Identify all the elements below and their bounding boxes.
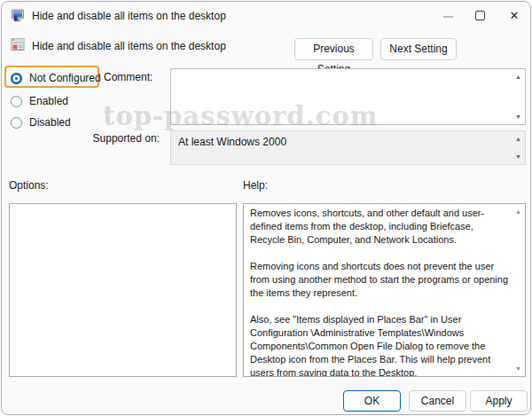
help-paragraph: Also, see "Items displayed in Places Bar… bbox=[250, 313, 509, 376]
scroll-up-icon[interactable]: ▲ bbox=[515, 74, 521, 80]
help-label: Help: bbox=[243, 179, 268, 192]
radio-enabled[interactable]: Enabled bbox=[11, 94, 68, 108]
radio-label: Enabled bbox=[29, 95, 68, 107]
help-panel: Removes icons, shortcuts, and other defa… bbox=[243, 203, 526, 377]
radio-selected-icon[interactable] bbox=[11, 73, 22, 84]
scroll-down-icon[interactable]: ▼ bbox=[515, 114, 521, 120]
policy-setting-dialog: Hide and disable all items on the deskto… bbox=[1, 1, 531, 415]
options-label: Options: bbox=[9, 179, 49, 192]
scroll-up-icon[interactable]: ▲ bbox=[515, 136, 521, 142]
radio-disabled[interactable]: Disabled bbox=[11, 115, 71, 130]
maximize-icon[interactable] bbox=[475, 11, 485, 20]
radio-label: Disabled bbox=[29, 116, 71, 129]
scroll-down-icon[interactable]: ▼ bbox=[515, 153, 521, 160]
comment-input[interactable]: ▲ ▼ bbox=[170, 68, 526, 125]
previous-setting-button[interactable]: Previous Setting bbox=[294, 38, 373, 60]
close-icon[interactable]: ✕ bbox=[507, 9, 521, 23]
policy-setting-name: Hide and disable all items on the deskto… bbox=[32, 40, 226, 52]
radio-unselected-icon[interactable] bbox=[11, 117, 22, 129]
group-policy-app-icon bbox=[11, 9, 25, 23]
minimize-icon[interactable] bbox=[443, 16, 453, 18]
comment-label: Comment: bbox=[104, 71, 153, 83]
next-setting-button[interactable]: Next Setting bbox=[380, 38, 457, 60]
supported-on-value: At least Windows 2000 bbox=[178, 136, 286, 148]
window-title: Hide and disable all items on the deskto… bbox=[32, 10, 226, 22]
apply-button[interactable]: Apply bbox=[470, 390, 528, 412]
policy-setting-icon bbox=[11, 37, 25, 51]
scroll-up-icon[interactable]: ▲ bbox=[515, 208, 521, 215]
help-paragraph: Removes icons, shortcuts, and other defa… bbox=[250, 207, 509, 247]
help-paragraph: Removing icons and shortcuts does not pr… bbox=[250, 260, 509, 300]
help-text: Removes icons, shortcuts, and other defa… bbox=[244, 204, 511, 376]
ok-button[interactable]: OK bbox=[343, 390, 401, 412]
radio-unselected-icon[interactable] bbox=[11, 96, 22, 107]
radio-not-configured[interactable]: Not Configured bbox=[11, 71, 101, 85]
options-panel bbox=[9, 203, 237, 377]
supported-on-label: Supported on: bbox=[89, 132, 160, 145]
help-scrollbar[interactable]: ▲ ▼ bbox=[511, 204, 525, 376]
radio-label: Not Configured bbox=[29, 72, 101, 84]
titlebar: Hide and disable all items on the deskto… bbox=[2, 2, 530, 30]
cancel-button[interactable]: Cancel bbox=[409, 390, 466, 412]
scroll-down-icon[interactable]: ▼ bbox=[515, 365, 521, 372]
supported-on-field: At least Windows 2000 ▲ ▼ bbox=[170, 130, 526, 165]
